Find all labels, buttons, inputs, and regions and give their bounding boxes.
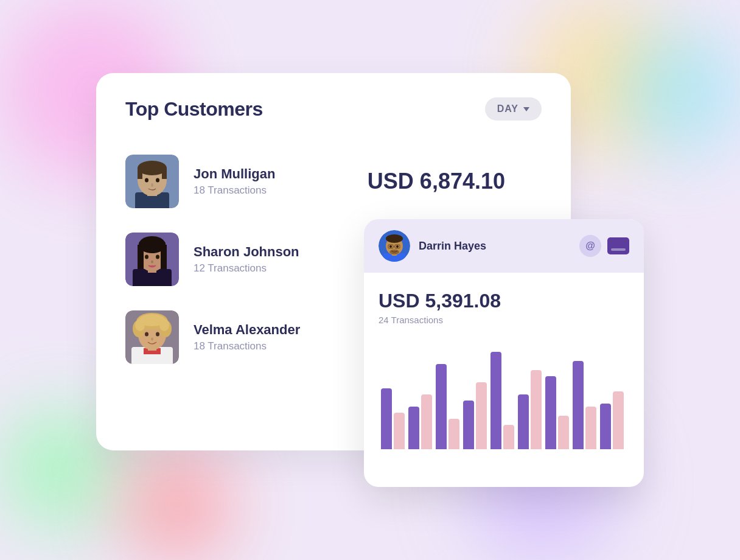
bar-group [381,388,405,449]
bar-pink [503,425,514,449]
chevron-down-icon [523,107,529,111]
svg-point-39 [386,234,403,243]
period-selector[interactable]: DAY [485,97,542,121]
bar-purple [490,352,501,449]
bar-group [463,382,487,449]
bar-pink [558,416,569,449]
customer-amount-jon: USD 6,874.10 [290,169,542,194]
detail-transaction-count: 24 Transactions [379,315,629,325]
bar-purple [408,407,419,449]
bar-pink [585,407,596,449]
bar-purple [463,401,474,449]
bar-group [600,391,624,449]
customer-info-sharon: Sharon Johnson 12 Transactions [194,244,299,275]
card-title: Top Customers [125,98,263,121]
customer-transactions-velma: 18 Transactions [194,340,300,352]
avatar-jon [125,155,179,208]
bar-purple [436,364,447,449]
card-icon[interactable] [607,237,629,254]
transaction-chart [379,340,629,449]
svg-point-30 [135,319,145,331]
detail-card: Darrin Hayes @ USD 5,391.08 24 Transacti… [364,219,644,487]
svg-point-17 [139,239,166,248]
svg-point-33 [156,332,159,337]
svg-rect-6 [162,168,167,179]
card-header: Top Customers DAY [125,97,542,121]
bar-group [518,370,542,449]
customer-name-sharon: Sharon Johnson [194,244,299,260]
avatar-sharon [125,233,179,286]
bar-purple [600,404,611,449]
svg-point-19 [156,255,159,259]
svg-point-32 [145,332,148,337]
customer-transactions-sharon: 12 Transactions [194,262,299,275]
bar-purple [518,394,529,449]
email-icon[interactable]: @ [579,235,601,257]
svg-point-44 [396,245,399,248]
svg-point-8 [156,178,159,183]
customer-name-velma: Velma Alexander [194,322,300,338]
scene-container: Top Customers DAY [96,73,644,487]
svg-point-7 [145,178,148,183]
detail-action-icons: @ [579,235,629,257]
svg-rect-5 [138,168,142,179]
detail-customer-name: Darrin Hayes [419,240,571,253]
amount-value-jon: USD 6,874.10 [368,169,505,194]
detail-card-header: Darrin Hayes @ [364,219,644,273]
svg-rect-16 [161,245,167,269]
svg-rect-15 [138,245,144,269]
at-symbol: @ [585,240,595,251]
detail-card-body: USD 5,391.08 24 Transactions [364,273,644,461]
svg-point-45 [389,250,399,254]
bar-pink [531,370,542,449]
svg-point-9 [151,183,153,187]
svg-point-18 [145,255,148,259]
detail-amount-value: USD 5,391.08 [379,290,629,312]
svg-point-20 [151,261,153,264]
customer-name-jon: Jon Mulligan [194,166,275,182]
bar-group [573,361,596,449]
bar-purple [381,388,392,449]
avatar-darrin [379,230,410,262]
bar-purple [573,361,584,449]
bar-pink [476,382,487,449]
bar-group [490,352,514,449]
avatar-velma [125,310,179,364]
customer-info-velma: Velma Alexander 18 Transactions [194,322,300,352]
bar-pink [449,419,459,449]
bar-group [436,364,459,449]
bar-group [545,376,569,449]
bar-pink [613,391,624,449]
bar-purple [545,376,556,449]
svg-point-31 [159,319,169,331]
customer-transactions-jon: 18 Transactions [194,184,275,197]
customer-info-jon: Jon Mulligan 18 Transactions [194,166,275,197]
bar-pink [421,394,432,449]
bar-pink [394,413,405,449]
svg-point-43 [389,245,392,248]
bar-group [408,394,432,449]
customer-item-jon[interactable]: Jon Mulligan 18 Transactions USD 6,874.1… [125,142,542,220]
svg-point-34 [151,338,153,341]
period-label: DAY [497,103,518,114]
